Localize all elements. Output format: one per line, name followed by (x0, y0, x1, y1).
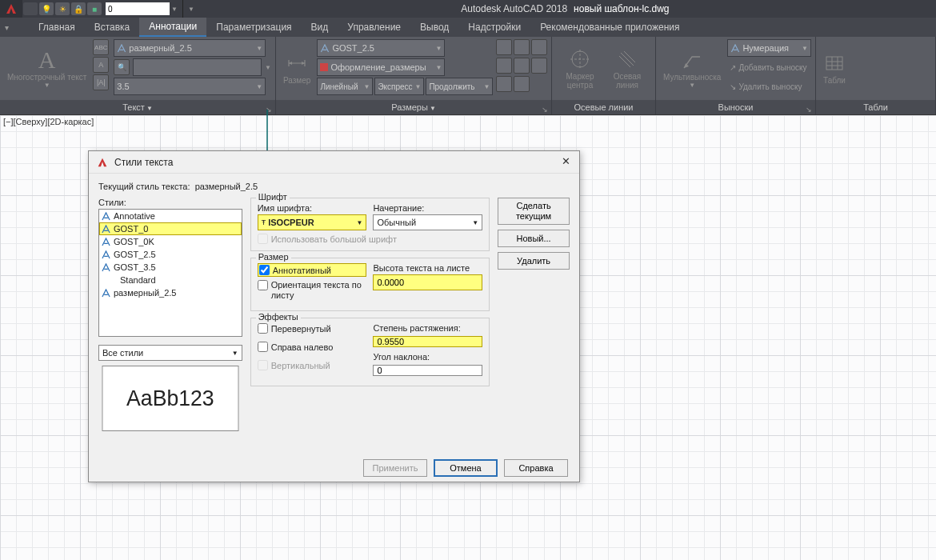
multileader-button[interactable]: Мультивыноска ▼ (660, 39, 724, 98)
tab-featured[interactable]: Рекомендованные приложения (530, 18, 689, 37)
tab-parametric[interactable]: Параметризация (206, 18, 301, 37)
panel-axes-title: Осевые линии (552, 100, 655, 114)
panel-dim-title[interactable]: Размеры▼↘ (276, 100, 551, 114)
annotative-checkbox[interactable]: Аннотативный (258, 263, 367, 277)
dim-tool-7-icon[interactable] (496, 76, 512, 92)
dim-tool-6-icon[interactable] (531, 58, 547, 74)
qat-lightbulb-icon[interactable]: 💡 (39, 2, 54, 15)
dim-tool-3-icon[interactable] (531, 39, 547, 55)
dim-style-dropdown[interactable]: GOST_2.5 ▼ (317, 39, 445, 57)
dialog-footer: Применить Отмена Справка (89, 454, 579, 482)
continue-dim-dropdown[interactable]: Продолжить▼ (426, 78, 493, 95)
delete-style-button[interactable]: Удалить (498, 252, 570, 270)
orient-checkbox[interactable]: Ориентация текста по листу (258, 280, 367, 301)
panel-leaders-title[interactable]: Выноски↘ (656, 100, 815, 114)
tab-insert[interactable]: Вставка (85, 18, 140, 37)
qat-lock-icon[interactable]: 🔒 (71, 2, 86, 15)
text-style-dropdown[interactable]: размерный_2.5 ▼ (114, 39, 266, 57)
tab-output[interactable]: Вывод (410, 18, 458, 37)
text-style-value: размерный_2.5 (129, 43, 192, 53)
close-button[interactable]: ✕ (558, 155, 573, 170)
text-height-value: 3.5 (117, 82, 129, 91)
remove-leader-button[interactable]: ↘ Удалить выноску (727, 78, 811, 95)
chevron-down-icon[interactable]: ▼ (188, 6, 194, 13)
tabs-overflow-icon[interactable]: ▾ (5, 18, 14, 37)
annotative-icon (730, 44, 740, 53)
tab-home[interactable]: Главная (29, 18, 85, 37)
autocad-icon (95, 155, 110, 170)
styles-list[interactable]: Annotative GOST_0 GOST_0K GOST_2.5 GOST_… (98, 209, 242, 337)
width-factor-label: Степень растяжения: (373, 323, 482, 333)
preview-box: AaBb123 (102, 366, 238, 431)
style-item-standard[interactable]: Standard (99, 274, 242, 286)
font-style-dropdown[interactable]: Обычный ▼ (373, 214, 482, 230)
leader-style-dropdown[interactable]: Нумерация ▼ (727, 39, 811, 57)
tab-addins[interactable]: Надстройки (458, 18, 530, 37)
style-item-gost35[interactable]: GOST_3.5 (99, 261, 242, 274)
mtext-button[interactable]: A Многострочный текст ▼ (4, 39, 90, 98)
dimension-button[interactable]: Размер (280, 39, 314, 98)
dim-tool-1-icon[interactable] (496, 39, 512, 55)
layer-color-icon (320, 63, 328, 71)
qat-search-input[interactable] (106, 2, 170, 15)
truetype-icon: Ŧ (262, 218, 266, 226)
new-style-button[interactable]: Новый... (498, 230, 570, 247)
style-item-gost25[interactable]: GOST_2.5 (99, 248, 242, 261)
center-mark-button[interactable]: Маркер центра (558, 39, 602, 98)
panel-tables-title: Табли (816, 100, 935, 114)
width-factor-input[interactable] (373, 336, 482, 347)
upsidedown-checkbox[interactable]: Перевернутый (258, 323, 367, 334)
dialog-titlebar[interactable]: Стили текста ✕ (89, 151, 579, 174)
tab-manage[interactable]: Управление (338, 18, 410, 37)
find-text-icon[interactable]: 🔍 (114, 59, 130, 75)
app-menu-button[interactable] (0, 0, 22, 18)
dim-tool-5-icon[interactable] (514, 58, 530, 74)
abc-icon[interactable]: ABC (93, 39, 109, 55)
dim-tool-2-icon[interactable] (514, 39, 530, 55)
panel-launcher-icon[interactable]: ↘ (805, 102, 813, 110)
text-scale-icon[interactable]: |A| (93, 74, 109, 90)
express-dim-dropdown[interactable]: Экспресс▼ (374, 78, 424, 95)
style-filter-value: Все стили (102, 348, 143, 358)
viewport-label[interactable]: [−][Сверху][2D-каркас] (3, 117, 94, 126)
style-item-annotative[interactable]: Annotative (99, 210, 242, 222)
text-style-dialog: Стили текста ✕ Текущий стиль текста: раз… (88, 150, 580, 482)
quick-access-toolbar: 💡 ☀ 🔒 ■ ▼ (22, 0, 178, 18)
text-find-field[interactable] (133, 58, 262, 76)
chevron-down-icon[interactable]: ▼ (171, 6, 178, 13)
text-small-icon[interactable]: A (93, 57, 109, 73)
text-height-dropdown[interactable]: 3.5 ▼ (114, 78, 266, 95)
annotative-label: Аннотативный (273, 266, 331, 275)
dim-layer-dropdown[interactable]: Оформление_размеры ▼ (317, 58, 445, 76)
table-button[interactable]: Табли (820, 39, 849, 98)
table-icon (823, 52, 846, 74)
panel-launcher-icon[interactable]: ↘ (265, 102, 273, 110)
chevron-down-icon[interactable]: ▼ (265, 64, 271, 71)
paper-height-input[interactable] (373, 274, 482, 290)
panel-text-title[interactable]: Текст▼↘ (0, 100, 275, 114)
panel-launcher-icon[interactable]: ↘ (541, 102, 549, 110)
qat-layer-icon[interactable]: ■ (87, 2, 102, 15)
set-current-button[interactable]: Сделать текущим (498, 198, 570, 225)
dim-tool-4-icon[interactable] (496, 58, 512, 74)
help-button[interactable]: Справка (504, 459, 568, 477)
dim-tool-8-icon[interactable] (514, 76, 530, 92)
linear-dim-dropdown[interactable]: Линейный▼ (317, 78, 373, 95)
backwards-checkbox[interactable]: Справа налево (258, 342, 367, 352)
add-leader-button[interactable]: ↗ Добавить выноску (727, 58, 811, 76)
dim-style-value: GOST_2.5 (332, 43, 374, 53)
font-name-dropdown[interactable]: Ŧ ISOCPEUR ▼ (258, 214, 367, 230)
style-filter-dropdown[interactable]: Все стили▼ (98, 345, 242, 361)
oblique-input[interactable] (373, 365, 482, 376)
style-item-gost0[interactable]: GOST_0 (99, 222, 242, 235)
font-group: Шрифт Имя шрифта: Ŧ ISOCPEUR ▼ Начертани… (250, 198, 490, 251)
qat-sun-icon[interactable]: ☀ (55, 2, 70, 15)
vertical-checkbox: Вертикальный (258, 360, 367, 370)
tab-view[interactable]: Вид (302, 18, 338, 37)
style-item-razm25[interactable]: размерный_2.5 (99, 286, 242, 299)
centerline-button[interactable]: Осевая линия (606, 39, 650, 98)
tab-annotate[interactable]: Аннотации (139, 18, 206, 37)
cancel-button[interactable]: Отмена (434, 459, 498, 477)
style-item-gost0k[interactable]: GOST_0K (99, 235, 242, 248)
qat-new-icon[interactable] (23, 2, 38, 15)
